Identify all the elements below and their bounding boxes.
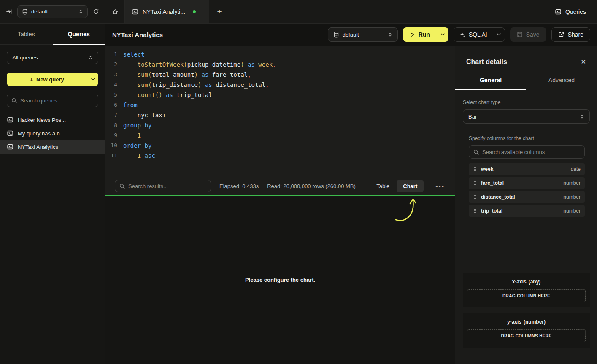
main-area: NYTaxi Analytics default Run [105, 24, 597, 364]
new-query-button[interactable]: + New query [7, 73, 98, 86]
column-name: trip_total [481, 208, 502, 214]
line-number: 3 [105, 70, 117, 80]
code-line[interactable]: from [123, 100, 276, 110]
run-button[interactable]: Run [403, 27, 448, 42]
code-line[interactable]: select [123, 49, 276, 59]
code-line[interactable]: group by [123, 120, 276, 130]
topbar: default NYTaxi Analyti... + [0, 0, 597, 24]
sql-ai-main[interactable]: SQL AI [454, 28, 493, 41]
code-line[interactable]: nyc_taxi [123, 110, 276, 120]
new-query-main[interactable]: + New query [7, 73, 87, 86]
sidebar-tab-tables[interactable]: Tables [0, 24, 53, 44]
query-icon [7, 130, 14, 137]
drag-handle-icon[interactable] [473, 208, 477, 213]
search-icon [119, 183, 125, 189]
drag-handle-icon[interactable] [473, 181, 477, 186]
sidebar: Tables Queries All queries + New query [0, 24, 105, 364]
column-row[interactable]: distance_total number [469, 191, 585, 203]
rows-read: Read: 20,000,000 rows (260.00 MB) [267, 183, 356, 189]
code-line[interactable]: order by [123, 140, 276, 151]
code-line[interactable]: toStartOfWeek(pickup_datetime) as week, [123, 59, 276, 70]
columns-section: Specify columns for the chart week [469, 135, 585, 217]
unsaved-status-dot [193, 10, 196, 13]
line-number: 11 [105, 151, 117, 161]
sql-ai-dropdown[interactable] [493, 28, 505, 41]
query-item-label: My query has a n... [18, 130, 65, 137]
chart-type-select[interactable]: Bar [463, 109, 590, 124]
run-options-dropdown[interactable] [437, 27, 448, 42]
view-toggle: Table Chart [370, 180, 424, 192]
y-axis-title: y-axis(number) [467, 319, 586, 325]
chart-empty-message: Please configure the chart. [245, 277, 315, 283]
run-label: Run [419, 31, 430, 38]
sidebar-search[interactable] [7, 94, 98, 107]
sql-ai-button[interactable]: SQL AI [454, 27, 505, 42]
topbar-database-select[interactable]: default [17, 5, 88, 18]
results-search-input[interactable] [128, 183, 206, 189]
chart-area: Please configure the chart. [105, 196, 455, 364]
code-line[interactable]: sum(total_amount) as fare_total, [123, 70, 276, 80]
column-type: number [563, 208, 581, 214]
code-line[interactable]: 1 [123, 130, 276, 140]
query-icon [7, 116, 14, 123]
y-axis-dropzone[interactable]: DRAG COLUMNS HERE [467, 329, 586, 342]
updown-chevron-icon [388, 32, 392, 37]
header-database-select[interactable]: default [328, 27, 398, 42]
tab-nytaxi-analytics[interactable]: NYTaxi Analyti... [125, 0, 209, 23]
column-row[interactable]: trip_total number [469, 205, 585, 217]
query-filter-select[interactable]: All queries [7, 51, 98, 64]
refresh-icon[interactable] [93, 8, 99, 15]
column-name: distance_total [481, 194, 515, 200]
share-label: Share [568, 31, 583, 38]
run-main[interactable]: Run [403, 27, 437, 42]
new-tab-button[interactable]: + [209, 0, 230, 23]
columns-search[interactable] [469, 145, 585, 159]
column-name: fare_total [481, 180, 504, 186]
save-button[interactable]: Save [510, 27, 546, 42]
code-lines[interactable]: select toStartOfWeek(pickup_datetime) as… [123, 49, 276, 177]
columns-search-input[interactable] [482, 149, 580, 155]
tab-home[interactable] [105, 0, 125, 23]
tab-advanced[interactable]: Advanced [526, 77, 597, 90]
chart-panel-title: Chart details [466, 58, 507, 66]
code-line[interactable]: count() as trip_total [123, 90, 276, 100]
updown-chevron-icon [580, 114, 584, 119]
view-tab-chart[interactable]: Chart [397, 180, 424, 192]
new-query-dropdown[interactable] [87, 73, 98, 86]
line-number: 10 [105, 140, 117, 151]
chart-panel-header: Chart details ✕ [455, 46, 597, 66]
column-row[interactable]: week date [469, 163, 585, 175]
code-line[interactable]: sum(trip_distance) as distance_total, [123, 80, 276, 90]
queries-button[interactable]: Queries [555, 8, 586, 15]
column-row[interactable]: fare_total number [469, 177, 585, 189]
drag-handle-icon[interactable] [473, 194, 477, 200]
tab-general[interactable]: General [455, 77, 526, 90]
drag-handle-icon[interactable] [473, 167, 477, 172]
columns-label: Specify columns for the chart [469, 135, 585, 141]
axes-section: x-axis(any) DRAG COLUMN HERE y-axis(numb… [455, 267, 597, 364]
close-icon[interactable]: ✕ [581, 58, 586, 66]
x-axis-dropzone[interactable]: DRAG COLUMN HERE [467, 289, 586, 302]
home-icon [112, 8, 119, 15]
sql-editor[interactable]: 1234567891011 select toStartOfWeek(picku… [105, 46, 455, 177]
sidebar-search-input[interactable] [20, 97, 94, 104]
results-search[interactable] [115, 180, 211, 192]
x-axis-name: x-axis [512, 279, 527, 285]
share-button[interactable]: Share [551, 27, 590, 42]
line-number: 7 [105, 110, 117, 120]
line-number: 5 [105, 90, 117, 100]
more-options-icon[interactable]: ••• [432, 183, 448, 190]
sidebar-tab-queries[interactable]: Queries [53, 24, 105, 44]
plus-icon: + [30, 76, 33, 83]
line-number: 8 [105, 120, 117, 130]
query-list-item[interactable]: My query has a n... [0, 127, 105, 140]
query-list-item[interactable]: Hacker News Pos... [0, 113, 105, 127]
tab-title: NYTaxi Analyti... [143, 8, 185, 15]
chevron-down-icon [91, 78, 95, 81]
query-list-item-selected[interactable]: NYTaxi Analytics [0, 140, 105, 154]
query-item-label: Hacker News Pos... [18, 117, 66, 123]
view-tab-table[interactable]: Table [370, 180, 396, 192]
collapse-sidebar-icon[interactable] [6, 8, 12, 15]
code-line[interactable]: 1 asc [123, 151, 276, 161]
topbar-left: default [0, 0, 105, 23]
